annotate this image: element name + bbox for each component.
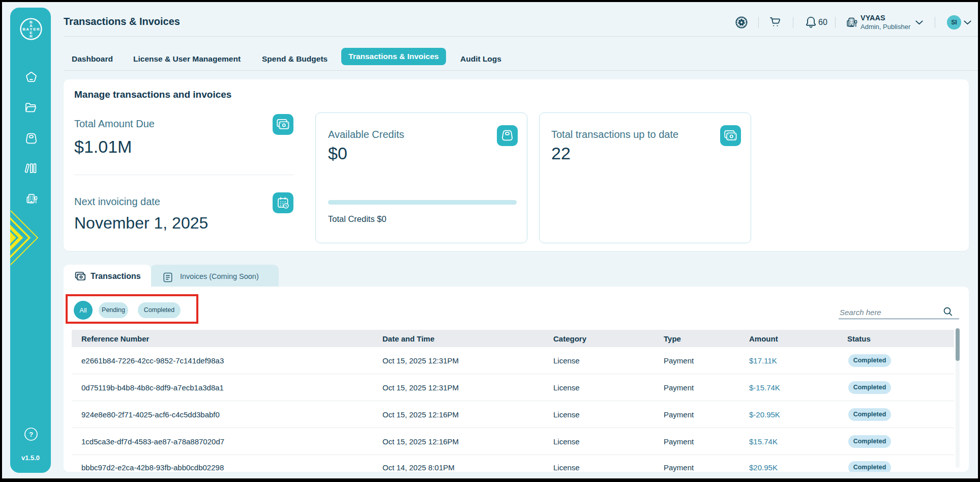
svg-text:R: R — [29, 34, 33, 39]
svg-text:B: B — [22, 27, 25, 32]
svg-text:?: ? — [29, 431, 33, 438]
svg-text:R: R — [37, 27, 40, 32]
svg-text:A: A — [26, 27, 29, 32]
svg-text:E: E — [33, 27, 36, 32]
